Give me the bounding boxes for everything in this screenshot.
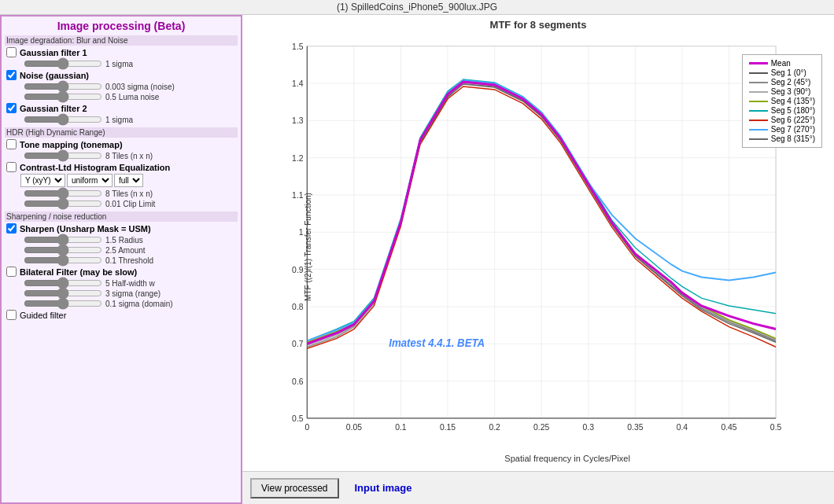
tone-mapping-value: 8 Tiles (n x n) (105, 152, 153, 160)
section-hdr: HDR (High Dynamic Range) (5, 127, 238, 138)
legend-line-seg4 (749, 101, 768, 102)
legend-line-seg2 (749, 82, 768, 83)
svg-text:0.6: 0.6 (292, 376, 304, 385)
legend-line-seg6 (749, 120, 768, 121)
legend-item-seg2: Seg 2 (45°) (749, 78, 815, 86)
right-panel: MTF for 8 segments MTF ((2)/(1) Transfer… (242, 15, 834, 504)
svg-text:0.2: 0.2 (489, 422, 500, 432)
svg-text:0.3: 0.3 (583, 422, 595, 432)
section-sharpening: Sharpening / noise reduction (5, 212, 238, 222)
svg-text:0.5: 0.5 (770, 422, 782, 432)
svg-text:1.2: 1.2 (292, 153, 304, 162)
legend-item-seg8: Seg 8 (315°) (749, 134, 815, 143)
svg-text:0.9: 0.9 (292, 264, 304, 274)
legend-label-seg8: Seg 8 (315°) (771, 134, 815, 143)
guided-checkbox[interactable] (6, 310, 17, 320)
clahe-method-dropdown[interactable]: uniform (67, 174, 113, 187)
tone-mapping-checkbox[interactable] (6, 139, 17, 149)
sharpen-threshold-slider-row: 0.1 Threshold (20, 256, 238, 265)
bilateral-row: Bilateral Filter (may be slow) (5, 267, 238, 277)
sharpen-threshold-value: 0.1 Threshold (105, 256, 153, 265)
noise-gaussian-label: Noise (gaussian) (20, 71, 89, 80)
legend-item-seg6: Seg 6 (225°) (749, 116, 815, 124)
input-image-label: Input image (355, 482, 412, 494)
svg-text:0: 0 (304, 422, 309, 432)
svg-text:1.4: 1.4 (292, 79, 304, 88)
gaussian-filter1-slider[interactable] (24, 59, 102, 68)
svg-text:Imatest 4.4.1. BETA: Imatest 4.4.1. BETA (389, 337, 485, 349)
tone-mapping-row: Tone mapping (tonemap) (5, 139, 238, 149)
clahe-checkbox[interactable] (6, 162, 17, 172)
svg-text:1.1: 1.1 (292, 190, 304, 200)
gaussian-filter2-slider[interactable] (24, 115, 102, 124)
legend-item-mean: Mean (749, 59, 815, 68)
svg-text:1.5: 1.5 (292, 41, 304, 50)
gaussian-filter2-slider-row: 1 sigma (20, 115, 238, 124)
sharpen-amount-value: 2.5 Amount (105, 246, 146, 255)
legend-item-seg4: Seg 4 (135°) (749, 97, 815, 105)
svg-text:0.1: 0.1 (395, 422, 407, 432)
sharpen-radius-value: 1.5 Radius (105, 236, 143, 245)
legend-label-seg5: Seg 5 (180°) (771, 106, 815, 115)
sharpen-threshold-slider[interactable] (24, 256, 102, 265)
legend-item-seg1: Seg 1 (0°) (749, 68, 815, 77)
legend-box: Mean Seg 1 (0°) Seg 2 (45°) Seg 3 (90°) (742, 54, 822, 148)
gaussian-filter1-value: 1 sigma (105, 60, 133, 68)
tone-mapping-label: Tone mapping (tonemap) (20, 140, 123, 149)
left-panel: Image processing (Beta) Image degradatio… (0, 15, 242, 504)
gaussian-filter1-label: Gaussian filter 1 (20, 48, 87, 57)
section-blur-noise: Image degradation: Blur and Noise (5, 35, 238, 46)
clahe-mode-dropdown[interactable]: full (114, 174, 143, 187)
legend-label-seg4: Seg 4 (135°) (771, 97, 815, 105)
clahe-row: Contrast-Ltd Histogram Equalization (5, 162, 238, 172)
clahe-label: Contrast-Ltd Histogram Equalization (20, 163, 170, 172)
clahe-clip-slider-row: 0.01 Clip Limit (20, 199, 238, 208)
legend-line-seg8 (749, 138, 768, 140)
svg-text:0.8: 0.8 (292, 302, 304, 311)
chart-area: MTF for 8 segments MTF ((2)/(1) Transfer… (242, 15, 834, 471)
noise-luma-value: 0.5 Luma noise (105, 93, 159, 101)
x-axis-label: Spatial frequency in Cycles/Pixel (504, 454, 630, 463)
legend-line-seg5 (749, 110, 768, 112)
gaussian-filter2-label: Gaussian filter 2 (20, 104, 87, 113)
sharpen-checkbox[interactable] (6, 223, 17, 234)
clahe-channel-dropdown[interactable]: Y (xyY) (20, 174, 65, 187)
svg-text:0.15: 0.15 (440, 422, 456, 432)
bilateral-label: Bilateral Filter (may be slow) (20, 267, 137, 277)
legend-item-seg7: Seg 7 (270°) (749, 125, 815, 134)
panel-title: Image processing (Beta) (5, 20, 238, 32)
view-processed-button[interactable]: View processed (250, 478, 339, 498)
top-bar: (1) SpilledCoins_iPhone5_900lux.JPG (0, 0, 834, 15)
bilateral-checkbox[interactable] (6, 267, 17, 277)
legend-label-seg3: Seg 3 (90°) (771, 87, 811, 96)
sharpen-label: Sharpen (Unsharp Mask = USM) (20, 224, 151, 234)
gaussian-filter2-checkbox[interactable] (6, 103, 17, 113)
tone-mapping-slider[interactable] (24, 151, 102, 160)
svg-text:0.45: 0.45 (721, 422, 736, 432)
bilateral-domain-slider[interactable] (24, 299, 102, 308)
gaussian-filter1-checkbox[interactable] (6, 47, 17, 57)
legend-label-seg1: Seg 1 (0°) (771, 68, 806, 77)
svg-text:1.3: 1.3 (292, 116, 304, 125)
legend-line-mean (749, 62, 768, 64)
svg-text:0.25: 0.25 (533, 422, 549, 432)
guided-row: Guided filter (5, 310, 238, 320)
clahe-clip-value: 0.01 Clip Limit (105, 200, 155, 208)
bilateral-range-value: 3 sigma (range) (105, 289, 161, 298)
legend-label-mean: Mean (771, 59, 791, 68)
bottom-bar: View processed Input image (242, 471, 834, 504)
clahe-tiles-value: 8 Tiles (n x n) (105, 189, 153, 198)
sharpen-row: Sharpen (Unsharp Mask = USM) (5, 223, 238, 234)
legend-label-seg7: Seg 7 (270°) (771, 125, 815, 134)
noise-sigma-value: 0.003 sigma (noise) (105, 83, 175, 91)
legend-line-seg1 (749, 72, 768, 74)
legend-line-seg3 (749, 91, 768, 93)
noise-gaussian-row: Noise (gaussian) (5, 70, 238, 80)
svg-text:1: 1 (299, 227, 304, 237)
clahe-clip-slider[interactable] (24, 199, 102, 208)
noise-luma-slider[interactable] (24, 92, 102, 101)
gaussian-filter1-row: Gaussian filter 1 (5, 47, 238, 57)
legend-line-seg7 (749, 129, 768, 131)
noise-gaussian-checkbox[interactable] (6, 70, 17, 80)
clahe-dropdowns: Y (xyY) uniform full (20, 174, 234, 187)
